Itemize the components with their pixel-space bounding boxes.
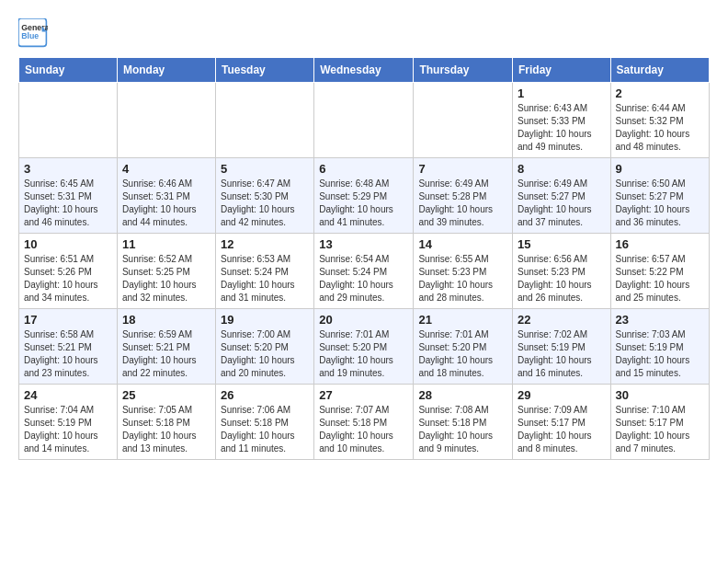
day-number: 23 xyxy=(616,313,704,327)
calendar-cell: 21Sunrise: 7:01 AM Sunset: 5:20 PM Dayli… xyxy=(414,309,513,385)
day-info: Sunrise: 6:48 AM Sunset: 5:29 PM Dayligh… xyxy=(319,178,408,229)
calendar-cell: 11Sunrise: 6:52 AM Sunset: 5:25 PM Dayli… xyxy=(117,234,215,309)
calendar-cell xyxy=(414,83,513,158)
logo: General Blue xyxy=(18,18,48,48)
calendar-cell xyxy=(117,83,215,158)
weekday-header-friday: Friday xyxy=(512,58,610,83)
logo-icon: General Blue xyxy=(18,18,48,48)
calendar-cell: 18Sunrise: 6:59 AM Sunset: 5:21 PM Dayli… xyxy=(117,309,215,385)
calendar-cell: 23Sunrise: 7:03 AM Sunset: 5:19 PM Dayli… xyxy=(610,309,709,385)
day-number: 6 xyxy=(319,162,408,176)
day-info: Sunrise: 7:09 AM Sunset: 5:17 PM Dayligh… xyxy=(518,404,606,455)
day-number: 28 xyxy=(418,388,507,402)
calendar-cell: 15Sunrise: 6:56 AM Sunset: 5:23 PM Dayli… xyxy=(512,234,610,309)
day-info: Sunrise: 6:56 AM Sunset: 5:23 PM Dayligh… xyxy=(518,253,606,304)
day-number: 3 xyxy=(24,162,112,176)
calendar-week-2: 3Sunrise: 6:45 AM Sunset: 5:31 PM Daylig… xyxy=(19,158,710,234)
day-info: Sunrise: 7:02 AM Sunset: 5:19 PM Dayligh… xyxy=(518,328,606,380)
day-info: Sunrise: 6:58 AM Sunset: 5:21 PM Dayligh… xyxy=(24,328,112,380)
day-number: 30 xyxy=(616,388,704,402)
calendar-cell: 26Sunrise: 7:06 AM Sunset: 5:18 PM Dayli… xyxy=(215,385,313,460)
calendar-cell: 29Sunrise: 7:09 AM Sunset: 5:17 PM Dayli… xyxy=(512,385,610,460)
day-number: 24 xyxy=(24,388,112,402)
day-info: Sunrise: 7:00 AM Sunset: 5:20 PM Dayligh… xyxy=(221,328,309,380)
day-info: Sunrise: 6:49 AM Sunset: 5:28 PM Dayligh… xyxy=(418,178,507,229)
calendar-cell xyxy=(19,83,118,158)
day-number: 11 xyxy=(122,237,210,251)
calendar-week-1: 1Sunrise: 6:43 AM Sunset: 5:33 PM Daylig… xyxy=(19,83,710,158)
weekday-header-saturday: Saturday xyxy=(610,58,709,83)
day-info: Sunrise: 6:55 AM Sunset: 5:23 PM Dayligh… xyxy=(418,253,507,304)
weekday-header-monday: Monday xyxy=(117,58,215,83)
day-info: Sunrise: 6:49 AM Sunset: 5:27 PM Dayligh… xyxy=(518,178,606,229)
day-number: 14 xyxy=(418,237,507,251)
day-info: Sunrise: 6:44 AM Sunset: 5:32 PM Dayligh… xyxy=(616,102,704,154)
day-number: 26 xyxy=(221,388,309,402)
svg-text:Blue: Blue xyxy=(21,31,39,40)
day-number: 27 xyxy=(319,388,408,402)
day-number: 19 xyxy=(221,313,309,327)
day-info: Sunrise: 6:51 AM Sunset: 5:26 PM Dayligh… xyxy=(24,253,112,304)
day-number: 8 xyxy=(518,162,606,176)
calendar-cell: 1Sunrise: 6:43 AM Sunset: 5:33 PM Daylig… xyxy=(512,83,610,158)
calendar-cell: 10Sunrise: 6:51 AM Sunset: 5:26 PM Dayli… xyxy=(19,234,118,309)
calendar-cell: 12Sunrise: 6:53 AM Sunset: 5:24 PM Dayli… xyxy=(215,234,313,309)
day-info: Sunrise: 7:04 AM Sunset: 5:19 PM Dayligh… xyxy=(24,404,112,455)
day-number: 21 xyxy=(418,313,507,327)
weekday-header-thursday: Thursday xyxy=(414,58,513,83)
calendar-cell: 25Sunrise: 7:05 AM Sunset: 5:18 PM Dayli… xyxy=(117,385,215,460)
calendar-cell: 3Sunrise: 6:45 AM Sunset: 5:31 PM Daylig… xyxy=(19,158,118,234)
calendar-cell: 4Sunrise: 6:46 AM Sunset: 5:31 PM Daylig… xyxy=(117,158,215,234)
calendar-header-row: SundayMondayTuesdayWednesdayThursdayFrid… xyxy=(19,58,710,83)
calendar-cell: 14Sunrise: 6:55 AM Sunset: 5:23 PM Dayli… xyxy=(414,234,513,309)
day-number: 13 xyxy=(319,237,408,251)
calendar-cell: 5Sunrise: 6:47 AM Sunset: 5:30 PM Daylig… xyxy=(215,158,313,234)
calendar-week-4: 17Sunrise: 6:58 AM Sunset: 5:21 PM Dayli… xyxy=(19,309,710,385)
day-info: Sunrise: 6:59 AM Sunset: 5:21 PM Dayligh… xyxy=(122,328,210,380)
calendar-cell: 24Sunrise: 7:04 AM Sunset: 5:19 PM Dayli… xyxy=(19,385,118,460)
calendar-cell: 16Sunrise: 6:57 AM Sunset: 5:22 PM Dayli… xyxy=(610,234,709,309)
day-number: 16 xyxy=(616,237,704,251)
day-info: Sunrise: 6:57 AM Sunset: 5:22 PM Dayligh… xyxy=(616,253,704,304)
day-info: Sunrise: 6:50 AM Sunset: 5:27 PM Dayligh… xyxy=(616,178,704,229)
day-number: 7 xyxy=(418,162,507,176)
day-info: Sunrise: 7:01 AM Sunset: 5:20 PM Dayligh… xyxy=(319,328,408,380)
calendar-week-5: 24Sunrise: 7:04 AM Sunset: 5:19 PM Dayli… xyxy=(19,385,710,460)
day-info: Sunrise: 6:45 AM Sunset: 5:31 PM Dayligh… xyxy=(24,178,112,229)
day-number: 29 xyxy=(518,388,606,402)
calendar-cell: 9Sunrise: 6:50 AM Sunset: 5:27 PM Daylig… xyxy=(610,158,709,234)
page-header: General Blue xyxy=(18,18,710,48)
calendar-cell: 22Sunrise: 7:02 AM Sunset: 5:19 PM Dayli… xyxy=(512,309,610,385)
day-number: 15 xyxy=(518,237,606,251)
calendar-body: 1Sunrise: 6:43 AM Sunset: 5:33 PM Daylig… xyxy=(19,83,710,460)
day-info: Sunrise: 7:06 AM Sunset: 5:18 PM Dayligh… xyxy=(221,404,309,455)
calendar-cell xyxy=(314,83,414,158)
day-info: Sunrise: 7:05 AM Sunset: 5:18 PM Dayligh… xyxy=(122,404,210,455)
day-info: Sunrise: 6:46 AM Sunset: 5:31 PM Dayligh… xyxy=(122,178,210,229)
calendar-cell: 13Sunrise: 6:54 AM Sunset: 5:24 PM Dayli… xyxy=(314,234,414,309)
calendar-cell: 2Sunrise: 6:44 AM Sunset: 5:32 PM Daylig… xyxy=(610,83,709,158)
calendar-cell: 19Sunrise: 7:00 AM Sunset: 5:20 PM Dayli… xyxy=(215,309,313,385)
day-info: Sunrise: 7:07 AM Sunset: 5:18 PM Dayligh… xyxy=(319,404,408,455)
calendar-cell xyxy=(215,83,313,158)
day-number: 12 xyxy=(221,237,309,251)
day-info: Sunrise: 6:52 AM Sunset: 5:25 PM Dayligh… xyxy=(122,253,210,304)
calendar-cell: 28Sunrise: 7:08 AM Sunset: 5:18 PM Dayli… xyxy=(414,385,513,460)
day-number: 20 xyxy=(319,313,408,327)
day-number: 5 xyxy=(221,162,309,176)
day-info: Sunrise: 7:03 AM Sunset: 5:19 PM Dayligh… xyxy=(616,328,704,380)
day-number: 2 xyxy=(616,86,704,100)
day-info: Sunrise: 6:43 AM Sunset: 5:33 PM Dayligh… xyxy=(518,102,606,154)
day-number: 10 xyxy=(24,237,112,251)
day-info: Sunrise: 7:01 AM Sunset: 5:20 PM Dayligh… xyxy=(418,328,507,380)
calendar-week-3: 10Sunrise: 6:51 AM Sunset: 5:26 PM Dayli… xyxy=(19,234,710,309)
day-info: Sunrise: 7:08 AM Sunset: 5:18 PM Dayligh… xyxy=(418,404,507,455)
weekday-header-wednesday: Wednesday xyxy=(314,58,414,83)
day-info: Sunrise: 6:54 AM Sunset: 5:24 PM Dayligh… xyxy=(319,253,408,304)
calendar-cell: 27Sunrise: 7:07 AM Sunset: 5:18 PM Dayli… xyxy=(314,385,414,460)
day-number: 22 xyxy=(518,313,606,327)
calendar-cell: 30Sunrise: 7:10 AM Sunset: 5:17 PM Dayli… xyxy=(610,385,709,460)
day-number: 9 xyxy=(616,162,704,176)
day-number: 25 xyxy=(122,388,210,402)
day-number: 1 xyxy=(518,86,606,100)
